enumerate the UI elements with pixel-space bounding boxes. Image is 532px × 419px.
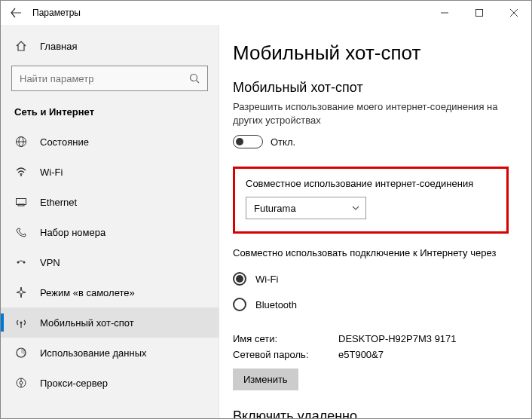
page-title: Мобильный хот-спот [233,41,509,65]
share-dropdown-value: Futurama [254,203,296,214]
via-label: Совместно использовать подключение к Инт… [233,247,509,258]
sidebar-item-label: Wi-Fi [40,167,63,178]
hotspot-toggle-row: Откл. [233,135,509,148]
network-pass-value: e5T900&7 [338,349,384,360]
svg-rect-1 [476,10,483,17]
sidebar-item-datausage[interactable]: Использование данных [1,338,219,368]
content-pane: Мобильный хот-спот Мобильный хот-спот Ра… [219,25,531,418]
chevron-down-icon [352,206,359,210]
hotspot-icon [14,317,28,329]
radio-icon [233,272,246,286]
search-input-wrap[interactable] [11,66,208,91]
vpn-icon [14,256,28,268]
svg-point-2 [191,75,197,81]
svg-point-7 [20,175,22,176]
network-name-value: DESKTOP-H92P7M3 9171 [338,333,457,344]
search-icon [182,73,207,84]
sidebar-item-label: Прокси-сервер [40,378,108,389]
airplane-icon [14,286,28,298]
network-pass-row: Сетевой пароль: e5T900&7 [233,347,509,362]
share-label: Совместное использование интернет-соедин… [246,178,496,189]
edit-button[interactable]: Изменить [233,369,298,390]
close-button[interactable] [497,1,531,25]
proxy-icon [14,377,28,389]
window-body: Главная Сеть и Интернет Состояние Wi-Fi … [1,25,531,418]
hotspot-title: Мобильный хот-спот [233,80,509,96]
ethernet-icon [14,196,28,208]
via-radio-wifi[interactable]: Wi-Fi [233,266,509,292]
sidebar-item-ethernet[interactable]: Ethernet [1,187,219,217]
wifi-icon [14,166,28,178]
via-radio-bluetooth[interactable]: Bluetooth [233,292,509,317]
share-highlight: Совместное использование интернет-соедин… [233,167,509,234]
sidebar-home-label: Главная [40,41,77,52]
maximize-button[interactable] [462,1,497,25]
network-name-row: Имя сети: DESKTOP-H92P7M3 9171 [233,331,509,347]
sidebar-item-status[interactable]: Состояние [1,127,219,157]
svg-rect-8 [17,199,26,205]
sidebar-item-wifi[interactable]: Wi-Fi [1,157,219,187]
hotspot-toggle-label: Откл. [271,136,295,148]
sidebar-item-label: Режим «в самолете» [40,287,135,298]
svg-line-3 [197,81,200,84]
sidebar-item-dialup[interactable]: Набор номера [1,217,219,247]
back-button[interactable] [5,2,26,23]
sidebar: Главная Сеть и Интернет Состояние Wi-Fi … [1,25,219,418]
sidebar-category: Сеть и Интернет [1,102,219,127]
sidebar-item-label: Использование данных [40,347,147,359]
svg-point-16 [20,381,23,384]
radio-label: Bluetooth [255,299,297,310]
via-radio-group: Wi-Fi Bluetooth [233,266,509,317]
sidebar-home[interactable]: Главная [1,32,219,60]
network-pass-key: Сетевой пароль: [233,349,338,360]
datausage-icon [14,347,28,359]
settings-window: Параметры Главная [0,0,532,419]
hotspot-toggle[interactable] [233,135,263,148]
network-name-key: Имя сети: [233,333,338,344]
search-input[interactable] [12,73,182,84]
hotspot-desc: Разрешить использование моего интернет-с… [233,100,509,127]
titlebar: Параметры [1,1,531,25]
window-title: Параметры [32,8,427,18]
globe-icon [14,136,28,148]
share-dropdown[interactable]: Futurama [246,197,366,219]
sidebar-item-label: Набор номера [40,227,105,238]
sidebar-item-airplane[interactable]: Режим «в самолете» [1,277,219,307]
minimize-button[interactable] [427,1,462,25]
radio-icon [233,298,246,311]
sidebar-item-proxy[interactable]: Прокси-сервер [1,368,219,398]
sidebar-item-label: VPN [40,257,60,268]
remote-title: Включить удаленно [233,408,509,418]
sidebar-item-label: Мобильный хот-спот [40,317,134,329]
window-controls [427,1,531,25]
sidebar-item-label: Состояние [40,136,89,148]
radio-label: Wi-Fi [255,274,278,285]
sidebar-item-label: Ethernet [40,197,77,208]
sidebar-item-hotspot[interactable]: Мобильный хот-спот [1,307,219,338]
home-icon [14,40,28,52]
dialup-icon [14,226,28,238]
sidebar-item-vpn[interactable]: VPN [1,247,219,277]
